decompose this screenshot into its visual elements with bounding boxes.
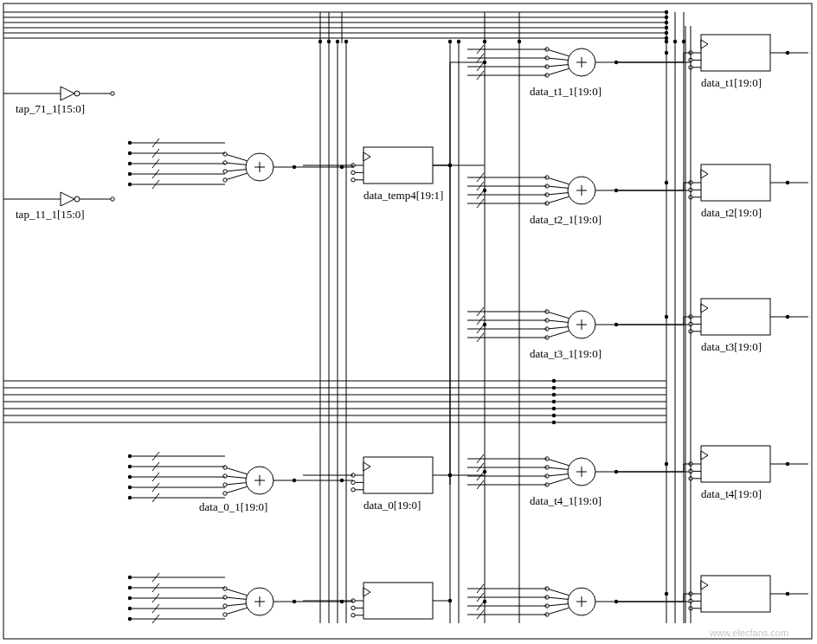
- svg-text:data_t4_1[19:0]: data_t4_1[19:0]: [530, 494, 601, 507]
- svg-text:data_t1[19:0]: data_t1[19:0]: [701, 76, 762, 89]
- svg-point-151: [351, 614, 355, 617]
- svg-point-43: [223, 170, 227, 173]
- svg-point-315: [448, 473, 452, 477]
- svg-point-71: [223, 483, 227, 486]
- svg-point-101: [223, 613, 227, 616]
- svg-point-304: [483, 40, 486, 43]
- svg-rect-120: [363, 147, 433, 184]
- svg-point-404: [483, 600, 486, 603]
- svg-point-32: [111, 197, 114, 201]
- svg-point-405: [665, 51, 668, 55]
- svg-point-149: [351, 606, 355, 609]
- svg-point-118: [128, 617, 132, 621]
- svg-point-81: [128, 465, 132, 468]
- svg-text:tap_71_1[15:0]: tap_71_1[15:0]: [16, 102, 85, 115]
- svg-point-302: [448, 40, 452, 43]
- svg-text:data_t4[19:0]: data_t4[19:0]: [701, 487, 762, 500]
- svg-point-73: [223, 492, 227, 495]
- svg-point-125: [351, 171, 355, 174]
- svg-text:data_temp4[19:1]: data_temp4[19:1]: [363, 189, 443, 202]
- svg-point-78: [128, 454, 132, 458]
- svg-text:data_0_1[19:0]: data_0_1[19:0]: [199, 500, 267, 513]
- svg-point-62: [128, 183, 132, 186]
- svg-point-25: [111, 92, 114, 95]
- svg-point-69: [223, 474, 227, 478]
- svg-point-169: [552, 400, 556, 403]
- svg-point-115: [128, 607, 132, 610]
- svg-text:data_t2_1[19:0]: data_t2_1[19:0]: [530, 213, 601, 226]
- svg-point-401: [483, 189, 486, 192]
- svg-text:tap_11_1[15:0]: tap_11_1[15:0]: [16, 208, 85, 221]
- svg-point-172: [552, 421, 556, 424]
- svg-point-399: [340, 600, 344, 603]
- svg-point-137: [351, 480, 355, 484]
- svg-point-299: [327, 40, 331, 43]
- svg-point-406: [665, 181, 668, 184]
- svg-point-409: [665, 592, 668, 596]
- svg-text:data_t2[19:0]: data_t2[19:0]: [701, 206, 762, 219]
- svg-point-99: [223, 604, 227, 608]
- svg-point-112: [128, 596, 132, 600]
- svg-point-59: [128, 172, 132, 176]
- svg-rect-355: [701, 446, 770, 482]
- svg-point-403: [483, 470, 486, 473]
- svg-point-170: [552, 407, 556, 410]
- svg-point-167: [552, 386, 556, 390]
- svg-rect-368: [701, 576, 770, 612]
- svg-point-139: [351, 488, 355, 492]
- svg-point-39: [223, 152, 227, 156]
- svg-point-97: [223, 596, 227, 599]
- svg-point-53: [128, 151, 132, 155]
- schematic-diagram: tap_71_1[15:0]tap_11_1[15:0]data_0_1[19:…: [0, 0, 817, 644]
- svg-point-301: [344, 40, 348, 43]
- svg-point-67: [223, 466, 227, 469]
- svg-point-407: [665, 315, 668, 319]
- svg-point-300: [336, 40, 339, 43]
- svg-point-400: [483, 61, 486, 64]
- svg-text:www.elecfans.com: www.elecfans.com: [709, 628, 788, 638]
- svg-text:data_t3[19:0]: data_t3[19:0]: [701, 340, 762, 353]
- svg-point-168: [552, 393, 556, 396]
- svg-point-398: [340, 479, 344, 482]
- svg-point-84: [128, 475, 132, 479]
- svg-rect-316: [701, 35, 770, 71]
- svg-point-95: [223, 587, 227, 590]
- svg-point-106: [128, 576, 132, 579]
- svg-point-298: [318, 40, 322, 43]
- svg-point-50: [128, 141, 132, 145]
- svg-point-171: [552, 414, 556, 417]
- svg-text:data_0[19:0]: data_0[19:0]: [363, 499, 421, 512]
- svg-point-127: [351, 178, 355, 182]
- svg-point-397: [340, 165, 344, 169]
- svg-rect-329: [701, 164, 770, 201]
- svg-point-41: [223, 161, 227, 164]
- svg-point-305: [518, 40, 521, 43]
- svg-point-22: [74, 91, 80, 96]
- svg-text:data_t3_1[19:0]: data_t3_1[19:0]: [530, 347, 601, 360]
- svg-point-109: [128, 586, 132, 589]
- svg-rect-144: [363, 583, 433, 619]
- svg-point-306: [665, 40, 668, 43]
- svg-rect-132: [363, 457, 433, 493]
- svg-point-408: [665, 462, 668, 466]
- svg-text:data_t1_1[19:0]: data_t1_1[19:0]: [530, 85, 601, 98]
- svg-rect-342: [701, 299, 770, 335]
- svg-point-90: [128, 496, 132, 499]
- svg-point-166: [552, 379, 556, 383]
- svg-point-402: [483, 323, 486, 326]
- svg-point-29: [74, 196, 80, 202]
- svg-point-45: [223, 178, 227, 182]
- svg-point-56: [128, 162, 132, 165]
- svg-point-303: [457, 40, 460, 43]
- svg-point-87: [128, 486, 132, 489]
- svg-point-307: [673, 40, 677, 43]
